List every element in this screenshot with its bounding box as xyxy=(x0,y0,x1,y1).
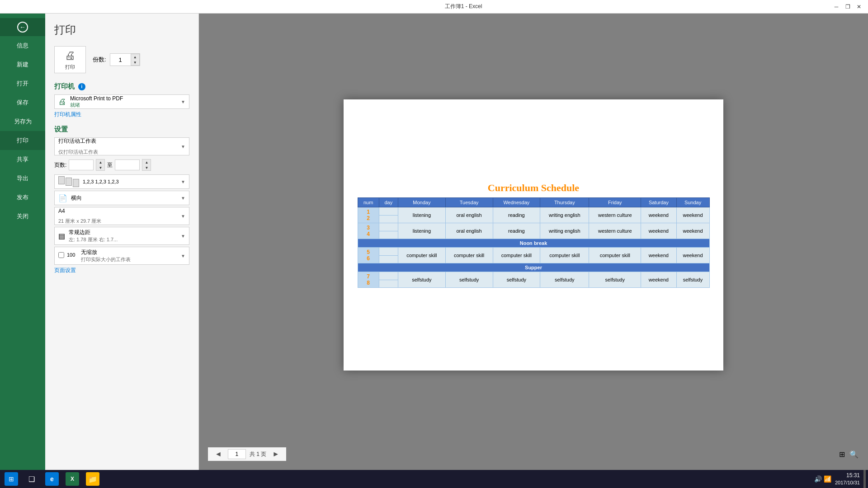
wed-cell: computer skill xyxy=(493,248,540,263)
window-title: 工作簿1 - Excel xyxy=(95,3,832,10)
day-cell xyxy=(379,231,398,239)
edge-button[interactable]: e xyxy=(43,470,61,488)
scaling-checkbox[interactable] xyxy=(58,252,64,258)
sun-cell: weekend xyxy=(676,207,709,223)
supper-cell: Supper xyxy=(358,263,709,272)
print-title: 打印 xyxy=(54,23,189,37)
pages-to-input[interactable] xyxy=(115,160,140,170)
day-cell xyxy=(379,248,398,256)
sidebar-item-publish[interactable]: 发布 xyxy=(0,188,45,207)
next-page-button[interactable]: ► xyxy=(270,449,282,459)
sidebar: ← 信息 新建 打开 保存 另存为 打印 共享 导出 发布 关闭 xyxy=(0,14,45,470)
sidebar-item-new[interactable]: 新建 xyxy=(0,55,45,74)
day-cell xyxy=(379,272,398,280)
printer-section-title: 打印机 i xyxy=(54,82,189,91)
fri-cell: western culture xyxy=(589,207,641,223)
date: 2017/10/31 xyxy=(835,479,860,486)
sun-cell: weekend xyxy=(676,248,709,263)
task-view-icon: ❑ xyxy=(25,472,38,486)
num-cell: 12 xyxy=(358,207,379,223)
wed-cell: reading xyxy=(493,207,540,223)
schedule-table: num day Monday Tuesday Wednesday Thursda… xyxy=(358,197,710,288)
excel-button[interactable]: X xyxy=(63,470,81,488)
wed-cell: selfstudy xyxy=(493,272,540,288)
back-button[interactable]: ← xyxy=(0,18,45,36)
margins-select[interactable]: ▤ 常规边距 左: 1.78 厘米 右: 1.7... ▼ xyxy=(54,227,189,245)
header-monday: Monday xyxy=(398,198,446,207)
paper-size-dropdown-arrow: ▼ xyxy=(181,214,185,219)
pages-from-up[interactable]: ▲ xyxy=(96,160,104,165)
page-navigation: ◄ 共 1 页 ► xyxy=(208,447,286,461)
pages-label: 页数: xyxy=(54,161,66,169)
thu-cell: writing english xyxy=(540,207,589,223)
page-number-input[interactable] xyxy=(228,449,246,459)
landscape-icon: 📄 xyxy=(58,194,67,202)
scaling-dropdown-arrow: ▼ xyxy=(181,253,185,258)
collate-select[interactable]: 1,2,3 1,2,3 1,2,3 ▼ xyxy=(54,174,189,189)
titlebar: 工作簿1 - Excel ─ ❐ ✕ xyxy=(0,0,868,14)
taskbar-icons: 🔊 📶 xyxy=(814,475,831,483)
header-tuesday: Tuesday xyxy=(445,198,493,207)
start-button[interactable]: ⊞ xyxy=(2,470,20,488)
show-desktop-button[interactable] xyxy=(863,470,866,488)
orientation-select[interactable]: 📄 横向 ▼ xyxy=(54,191,189,205)
copies-up-button[interactable]: ▲ xyxy=(131,54,139,60)
margins-dropdown-arrow: ▼ xyxy=(181,234,185,239)
header-saturday: Saturday xyxy=(641,198,676,207)
paper-size-desc: 21 厘米 x 29.7 厘米 xyxy=(58,218,101,225)
day-cell xyxy=(379,207,398,216)
excel-icon: X xyxy=(66,472,79,486)
scaling-select[interactable]: 100 无缩放 打印实际大小的工作表 ▼ xyxy=(54,247,189,265)
sidebar-item-open[interactable]: 打开 xyxy=(0,74,45,93)
mon-cell: listening xyxy=(398,223,446,239)
printer-select[interactable]: 🖨 Microsoft Print to PDF 就绪 ▼ xyxy=(54,94,189,109)
thu-cell: selfstudy xyxy=(540,272,589,288)
sidebar-item-close[interactable]: 关闭 xyxy=(0,207,45,226)
header-friday: Friday xyxy=(589,198,641,207)
sidebar-item-save[interactable]: 保存 xyxy=(0,93,45,112)
pages-from-down[interactable]: ▼ xyxy=(96,165,104,170)
pages-to-down[interactable]: ▼ xyxy=(142,165,151,170)
active-sheets-desc: 仅打印活动工作表 xyxy=(58,149,98,155)
restore-button[interactable]: ❐ xyxy=(843,2,852,11)
sheets-select[interactable]: 打印活动工作表 仅打印活动工作表 ▼ xyxy=(54,137,189,155)
taskbar: ⊞ ❑ e X 📁 🔊 📶 15:31 2017/10/31 xyxy=(0,470,868,488)
pages-from-input[interactable] xyxy=(69,160,94,170)
time-display: 15:31 2017/10/31 xyxy=(835,472,860,486)
pages-to-up[interactable]: ▲ xyxy=(142,160,151,165)
time: 15:31 xyxy=(835,472,860,479)
sidebar-item-info[interactable]: 信息 xyxy=(0,36,45,55)
margins-icon: ▤ xyxy=(58,232,65,240)
fit-page-button[interactable]: ⊞ xyxy=(837,449,847,459)
copies-input[interactable] xyxy=(110,54,131,65)
minimize-button[interactable]: ─ xyxy=(832,2,841,11)
orientation-label: 横向 xyxy=(71,194,82,202)
close-button[interactable]: ✕ xyxy=(854,2,863,11)
sidebar-item-print[interactable]: 打印 xyxy=(0,131,45,150)
paper-size-select[interactable]: A4 21 厘米 x 29.7 厘米 ▼ xyxy=(54,207,189,225)
page-setup-link[interactable]: 页面设置 xyxy=(54,267,189,274)
prev-page-button[interactable]: ◄ xyxy=(212,449,224,459)
info-icon[interactable]: i xyxy=(78,83,85,90)
task-view-button[interactable]: ❑ xyxy=(23,470,41,488)
sidebar-item-saveas[interactable]: 另存为 xyxy=(0,112,45,131)
sun-cell: weekend xyxy=(676,223,709,239)
copies-label: 份数: xyxy=(93,56,106,64)
mon-cell: listening xyxy=(398,207,446,223)
sidebar-item-share[interactable]: 共享 xyxy=(0,150,45,169)
num-cell: 34 xyxy=(358,223,379,239)
day-cell xyxy=(379,223,398,231)
sidebar-item-export[interactable]: 导出 xyxy=(0,169,45,188)
zoom-button[interactable]: 🔍 xyxy=(849,449,859,459)
back-arrow-icon: ← xyxy=(17,22,28,33)
margins-label: 常规边距 xyxy=(69,229,118,236)
printer-properties-link[interactable]: 打印机属性 xyxy=(54,111,189,118)
page-total: 共 1 页 xyxy=(250,450,266,458)
print-button-label: 打印 xyxy=(65,64,75,70)
print-button[interactable]: 🖨 打印 xyxy=(54,46,86,73)
copies-down-button[interactable]: ▼ xyxy=(131,60,139,65)
orientation-dropdown-arrow: ▼ xyxy=(181,196,185,201)
thu-cell: computer skill xyxy=(540,248,589,263)
folder-button[interactable]: 📁 xyxy=(84,470,102,488)
sat-cell: weekend xyxy=(641,272,676,288)
